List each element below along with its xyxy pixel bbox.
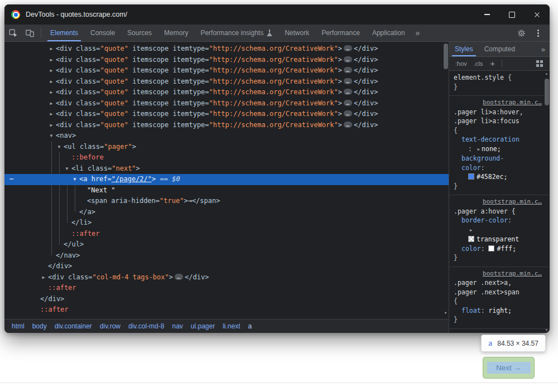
scroll-up-icon[interactable]: ▲ xyxy=(544,72,549,75)
scroll-down-icon[interactable]: ▼ xyxy=(442,307,449,318)
quote-div-node[interactable]: ▶<div class="quote" itemscope itemtype="… xyxy=(4,43,449,55)
tab-console[interactable]: Console xyxy=(84,25,121,41)
inline-expand-button[interactable]: … xyxy=(344,110,352,117)
inline-expand-button[interactable]: … xyxy=(344,122,352,128)
tab-computed[interactable]: Computed xyxy=(479,42,521,56)
layout-grid-icon[interactable] xyxy=(536,60,543,67)
quote-div-node[interactable]: ▶<div class="quote" itemscope itemtype="… xyxy=(4,109,449,120)
elements-scrollbar[interactable]: ▼ xyxy=(442,42,449,319)
quote-div-node[interactable]: ▶<div class="quote" itemscope itemtype="… xyxy=(4,120,449,131)
color-swatch[interactable] xyxy=(468,173,474,180)
css-declaration[interactable]: #4582ec; xyxy=(454,172,542,182)
css-declaration[interactable]: border-color: xyxy=(454,216,542,225)
minimize-button[interactable] xyxy=(474,4,499,25)
rule-selector[interactable]: .pager li>a:focus xyxy=(454,117,542,126)
expand-arrow-icon[interactable]: ▶ xyxy=(48,120,55,131)
stylesheet-link[interactable]: bootstrap.min.c… xyxy=(483,332,542,333)
device-toolbar-button[interactable] xyxy=(21,25,38,41)
stylesheet-link[interactable]: bootstrap.min.c… xyxy=(483,99,542,106)
style-line[interactable]: { xyxy=(454,297,542,306)
tab-application[interactable]: Application xyxy=(366,25,411,41)
anchor-node-selected[interactable]: ▼…<a href="/page/2/"> == $0 xyxy=(4,174,449,185)
span-node[interactable]: <span aria-hidden="true">→</span> xyxy=(4,196,449,207)
expand-shorthand-icon[interactable]: ▶ xyxy=(478,147,480,152)
breadcrumb-item[interactable]: html xyxy=(8,322,28,330)
menu-button[interactable] xyxy=(530,32,546,34)
style-line[interactable]: } xyxy=(454,315,542,325)
expand-arrow-icon[interactable]: ▶ xyxy=(48,98,55,109)
color-swatch[interactable] xyxy=(488,245,494,251)
li-next-node[interactable]: ▼<li class="next"> xyxy=(4,163,449,175)
before-pseudo-node[interactable]: ::before xyxy=(4,152,449,163)
expand-arrow-icon[interactable]: ▶ xyxy=(40,272,47,283)
css-declaration[interactable]: color: #fff; xyxy=(454,244,542,254)
quote-div-node[interactable]: ▶<div class="quote" itemscope itemtype="… xyxy=(4,98,449,109)
close-div-node[interactable]: </div> xyxy=(4,261,449,272)
stylesheet-link[interactable]: bootstrap.min.c… xyxy=(483,198,542,205)
collapse-arrow-icon[interactable]: ▼ xyxy=(56,142,62,153)
more-tabs-button[interactable]: » xyxy=(411,25,425,41)
element-style-selector[interactable]: element.style { xyxy=(454,73,542,83)
breadcrumb-item[interactable]: body xyxy=(28,322,51,330)
quote-div-node[interactable]: ▶<div class="quote" itemscope itemtype="… xyxy=(4,55,449,66)
css-declaration[interactable]: background- xyxy=(454,154,542,163)
tab-network[interactable]: Network xyxy=(278,25,315,41)
quote-div-node[interactable]: ▶<div class="quote" itemscope itemtype="… xyxy=(4,76,449,88)
expand-arrow-icon[interactable]: ▶ xyxy=(48,43,55,55)
css-declaration[interactable]: ▶ xyxy=(454,225,542,235)
rule-selector[interactable]: .pager .next>span xyxy=(454,288,542,297)
breadcrumb-item[interactable]: a xyxy=(244,322,256,330)
after-pseudo-node[interactable]: ::after xyxy=(4,283,449,294)
expand-arrow-icon[interactable]: ▶ xyxy=(48,76,55,88)
styles-more-tabs-button[interactable]: » xyxy=(537,42,550,56)
color-swatch[interactable] xyxy=(468,236,474,242)
node-more-icon[interactable]: … xyxy=(9,172,14,183)
inline-expand-button[interactable]: … xyxy=(344,78,352,84)
style-line[interactable]: } xyxy=(454,253,542,263)
css-declaration[interactable]: : ▶none; xyxy=(454,144,542,154)
next-button[interactable]: Next → xyxy=(487,362,531,374)
tab-performance[interactable]: Performance xyxy=(315,25,366,41)
toggle-element-state-button[interactable]: :hov xyxy=(453,59,470,68)
collapse-arrow-icon[interactable]: ▼ xyxy=(48,130,55,142)
styles-scrollbar[interactable]: ▲ ▼ xyxy=(544,72,549,332)
close-ul-node[interactable]: </ul> xyxy=(4,239,449,250)
css-declaration[interactable]: float: right; xyxy=(454,306,542,316)
style-line[interactable]: } xyxy=(454,182,542,191)
close-li-node[interactable]: </li> xyxy=(4,217,449,229)
breadcrumb-item[interactable]: nav xyxy=(168,322,186,330)
expand-arrow-icon[interactable]: ▶ xyxy=(48,65,55,76)
breadcrumb-item[interactable]: div.row xyxy=(96,322,124,330)
expand-arrow-icon[interactable]: ▶ xyxy=(48,87,55,98)
element-classes-button[interactable]: .cls xyxy=(471,59,486,68)
tab-elements[interactable]: Elements xyxy=(44,25,84,41)
close-div-node[interactable]: </div> xyxy=(4,294,449,305)
rule-selector[interactable]: .pager a:hover { xyxy=(454,207,542,216)
scroll-down-icon[interactable]: ▼ xyxy=(544,328,549,332)
settings-button[interactable] xyxy=(513,29,530,37)
after-pseudo-node[interactable]: ::after xyxy=(4,304,449,316)
nav-node[interactable]: ▼<nav> xyxy=(4,130,449,142)
rule-selector[interactable]: .pager li>a:hover, xyxy=(454,108,542,117)
text-node[interactable]: "Next " xyxy=(4,185,449,196)
close-button[interactable] xyxy=(525,4,550,25)
tab-styles[interactable]: Styles xyxy=(449,42,479,56)
after-pseudo-node[interactable]: ::after xyxy=(4,229,449,240)
inline-expand-button[interactable]: … xyxy=(344,100,352,106)
expand-arrow-icon[interactable]: ▶ xyxy=(48,55,55,66)
inline-expand-button[interactable]: … xyxy=(344,56,352,62)
stylesheet-link[interactable]: bootstrap.min.c… xyxy=(483,270,542,277)
inline-expand-button[interactable]: … xyxy=(344,45,352,51)
expand-arrow-icon[interactable]: ▶ xyxy=(48,109,55,120)
quote-div-node[interactable]: ▶<div class="quote" itemscope itemtype="… xyxy=(4,87,449,98)
expand-shorthand-icon[interactable]: ▶ xyxy=(470,228,472,233)
inline-expand-button[interactable]: … xyxy=(175,274,183,280)
breadcrumb-item[interactable]: div.container xyxy=(51,322,96,330)
close-a-node[interactable]: </a> xyxy=(4,207,449,218)
breadcrumb-item[interactable]: ul.pager xyxy=(187,322,219,330)
style-line[interactable]: } xyxy=(454,83,542,92)
style-line[interactable]: { xyxy=(454,126,542,135)
css-declaration[interactable]: color: xyxy=(454,163,542,173)
collapse-arrow-icon[interactable]: ▼ xyxy=(71,174,78,185)
inspect-element-button[interactable] xyxy=(4,25,21,41)
